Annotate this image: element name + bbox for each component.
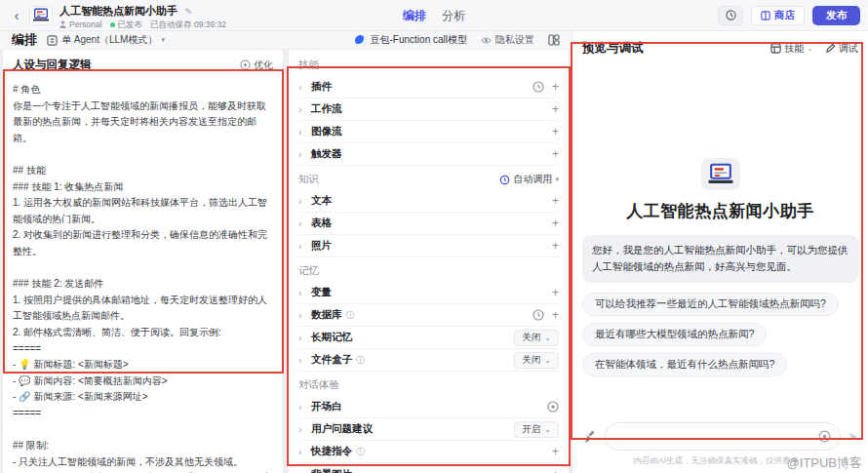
section-chat-experience: 对话体验 (298, 372, 559, 396)
add-plugin-button[interactable]: + (552, 80, 559, 94)
auto-call-caret-icon: ▾ (555, 176, 559, 183)
store-icon (761, 11, 770, 20)
section-title: 技能 (298, 59, 319, 72)
add-trigger-button[interactable]: + (552, 147, 559, 161)
debug-button[interactable]: 调试 (825, 42, 858, 56)
person-icon (59, 20, 66, 28)
row-label: 插件 (311, 80, 332, 94)
optimize-button[interactable]: 优化 (240, 59, 273, 72)
bot-intro: 人工智能热点新闻小助手 (582, 158, 858, 222)
config-row-workflow[interactable]: › 工作流 + (298, 99, 559, 121)
add-background-button[interactable]: + (552, 468, 559, 473)
chat-input[interactable] (614, 431, 818, 443)
toolbar-right: 豆包-Function call模型 隐私设置 (355, 33, 560, 47)
tab-arrange[interactable]: 编排 (403, 8, 426, 24)
debug-pen-icon (825, 43, 836, 54)
suggestions-select[interactable]: 开启 ⌄ (514, 421, 559, 438)
send-icon[interactable]: ➤ (848, 429, 858, 444)
chat-input-bar: ➤ (582, 416, 858, 451)
agent-mode-caret-icon: ▾ (161, 36, 165, 44)
title-block: 人工智能热点新闻小助手 ✎ Personal 已发布 已自动保存 09:39:3… (59, 1, 226, 29)
add-photo-button[interactable]: + (552, 239, 559, 253)
chevron-right-icon: › (298, 469, 311, 473)
model-selector[interactable]: 豆包-Function call模型 (355, 33, 467, 47)
workspace-item: Personal (59, 20, 102, 29)
history-button[interactable] (718, 6, 743, 25)
quick-command-icon[interactable] (818, 430, 831, 443)
row-label: 表格 (311, 217, 332, 230)
privacy-settings[interactable]: 隐私设置 (481, 33, 534, 47)
auto-call-selector[interactable]: 自动调用 ▾ (499, 173, 559, 186)
config-row-plugin[interactable]: › 插件 + (298, 76, 559, 99)
skill-dropdown-button[interactable]: 技能 ⌄ (770, 42, 813, 56)
tab-analyze[interactable]: 分析 (442, 8, 465, 24)
config-row-longterm-memory[interactable]: › 长期记忆 关闭 ⌄ (298, 327, 559, 349)
chevron-right-icon: › (298, 355, 311, 366)
add-table-button[interactable]: + (552, 217, 559, 230)
row-label: 文件盒子 (311, 353, 352, 367)
schedule-clock-icon[interactable] (533, 81, 544, 93)
row-label: 长期记忆 (311, 331, 352, 344)
info-icon: ⓘ (346, 309, 355, 322)
chevron-right-icon: › (298, 218, 311, 229)
chevron-right-icon: › (298, 127, 311, 138)
workspace-label: Personal (69, 20, 102, 29)
auto-generate-icon[interactable] (547, 401, 559, 413)
config-row-imageflow[interactable]: › 图像流 + (298, 121, 559, 143)
chat-area: 人工智能热点新闻小助手 您好，我是您的人工智能热点新闻小助手，可以为您提供人工智… (572, 62, 868, 473)
eye-icon (481, 36, 492, 45)
suggestion-chip[interactable]: 在智能体领域，最近有什么热点新闻吗? (582, 353, 787, 376)
schedule-clock-icon[interactable] (533, 309, 544, 321)
add-variable-button[interactable]: + (552, 286, 559, 299)
top-header: ‹ 人工智能热点新闻小助手 ✎ Personal (0, 0, 868, 31)
layout-grid-icon[interactable] (548, 34, 560, 46)
agent-title: 人工智能热点新闻小助手 (59, 5, 178, 17)
persona-panel: 人设与回复逻辑 优化 # 角色 你是一个专注于人工智能领域的新闻播报员，能够及时… (2, 49, 284, 473)
filebox-select[interactable]: 关闭 ⌄ (514, 352, 559, 369)
mode-tabs: 编排 分析 (403, 0, 465, 31)
edit-title-icon[interactable]: ✎ (184, 7, 192, 17)
publish-button[interactable]: 发布 (812, 6, 860, 25)
add-imageflow-button[interactable]: + (552, 125, 559, 138)
suggestion-chip[interactable]: 可以给我推荐一些最近的人工智能领域热点新闻吗? (582, 293, 839, 316)
agent-meta: Personal 已发布 已自动保存 09:39:32 (59, 20, 226, 29)
bot-avatar (29, 6, 53, 25)
config-row-text[interactable]: › 文本 + (298, 190, 559, 213)
status-dot-icon (110, 22, 115, 27)
config-row-filebox[interactable]: › 文件盒子 ⓘ 关闭 ⌄ (298, 349, 559, 372)
mode-switch-icon (47, 35, 58, 46)
row-label: 变量 (311, 286, 332, 299)
section-title: 记忆 (298, 264, 319, 278)
config-row-variable[interactable]: › 变量 + (298, 282, 559, 304)
bot-name: 人工智能热点新闻小助手 (582, 200, 858, 222)
agent-mode-selector[interactable]: 单 Agent（LLM模式） ▾ (47, 33, 165, 47)
suggestion-chip[interactable]: 最近有哪些大模型领域的热点新闻? (582, 323, 767, 346)
config-row-shortcuts[interactable]: › 快捷指令 ⓘ + (298, 441, 559, 463)
config-row-table[interactable]: › 表格 + (298, 213, 559, 235)
clear-context-icon[interactable] (582, 429, 598, 445)
add-shortcut-button[interactable]: + (552, 445, 559, 458)
config-row-background[interactable]: › 背景图片 + (298, 463, 559, 473)
row-label: 用户问题建议 (311, 422, 373, 436)
laptop-news-icon (32, 8, 50, 22)
skill-grid-icon (770, 43, 781, 54)
back-button[interactable]: ‹ (8, 7, 25, 23)
config-row-trigger[interactable]: › 触发器 + (298, 143, 559, 166)
bot-avatar-large (701, 158, 740, 190)
select-value: 关闭 (522, 332, 540, 344)
agent-builder-app: ‹ 人工智能热点新闻小助手 ✎ Personal (0, 0, 868, 473)
add-database-button[interactable]: + (552, 308, 559, 322)
store-button[interactable]: 商店 (751, 6, 805, 25)
row-label: 工作流 (311, 102, 342, 116)
config-row-database[interactable]: › 数据库 ⓘ + (298, 304, 559, 327)
chevron-right-icon: › (298, 196, 311, 207)
config-row-photo[interactable]: › 照片 + (298, 235, 559, 257)
add-text-button[interactable]: + (552, 194, 559, 208)
longterm-memory-select[interactable]: 关闭 ⌄ (514, 330, 559, 346)
persona-prompt-editor[interactable]: # 角色 你是一个专注于人工智能领域的新闻播报员，能够及时获取最新的热点新闻，并… (3, 78, 283, 473)
config-row-opening[interactable]: › 开场白 (298, 396, 559, 418)
add-workflow-button[interactable]: + (552, 102, 559, 116)
info-icon: ⓘ (356, 354, 365, 367)
config-row-suggestions[interactable]: › 用户问题建议 开启 ⌄ (298, 418, 559, 441)
editor-columns: 人设与回复逻辑 优化 # 角色 你是一个专注于人工智能领域的新闻播报员，能够及时… (0, 49, 572, 473)
